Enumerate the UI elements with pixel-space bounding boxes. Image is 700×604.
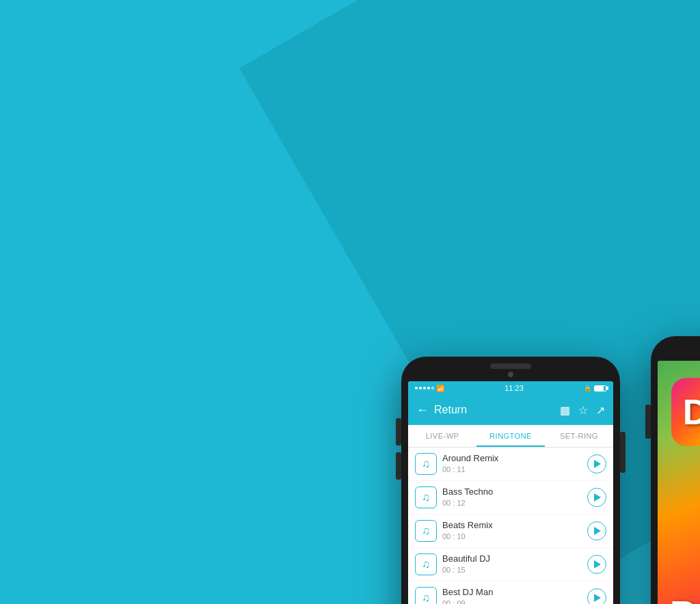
play-triangle-0 (594, 460, 601, 468)
song-name-4: Best DJ Man (442, 587, 582, 599)
song-name-0: Around Remix (442, 453, 582, 465)
song-info-4: Best DJ Man 00 : 09 (442, 587, 582, 604)
music-note-icon: ♫ (422, 592, 430, 604)
back-phone-screen: DJ REMIX RINGTONES (658, 361, 700, 604)
front-phone-speaker (490, 363, 531, 369)
status-right: 🔒 (584, 385, 606, 392)
front-phone-screen: 📶 11:23 🔒 ← Return (408, 381, 613, 604)
play-triangle-2 (594, 527, 601, 535)
star-icon[interactable]: ☆ (578, 404, 588, 417)
dot-3 (423, 387, 426, 389)
play-button-0[interactable] (587, 454, 606, 473)
song-item: ♫ Beats Remix 00 : 10 (408, 514, 613, 547)
play-triangle-1 (594, 493, 601, 502)
song-item: ♫ Best DJ Man 00 : 09 (408, 581, 613, 604)
status-time: 11:23 (504, 384, 524, 392)
song-info-0: Around Remix 00 : 11 (442, 453, 582, 474)
song-duration-2: 00 : 10 (442, 532, 582, 541)
music-note-icon: ♫ (422, 525, 430, 537)
song-icon-1: ♫ (415, 486, 437, 508)
song-info-2: Beats Remix 00 : 10 (442, 520, 582, 541)
song-list: ♫ Around Remix 00 : 11 ♫ Bass Techno 00 … (408, 448, 613, 604)
play-triangle-4 (594, 594, 601, 602)
music-note-icon: ♫ (422, 558, 430, 571)
status-bar: 📶 11:23 🔒 (408, 381, 613, 395)
chart-icon[interactable]: ▩ (560, 404, 570, 417)
status-left: 📶 (415, 385, 444, 392)
music-note-icon: ♫ (422, 458, 430, 470)
song-info-3: Beautiful DJ 00 : 15 (442, 553, 582, 575)
dj-label: DJ (683, 392, 700, 433)
share-icon[interactable]: ↗ (596, 404, 605, 417)
dj-text-area: REMIX RINGTONES (658, 596, 700, 604)
phone-front: 📶 11:23 🔒 ← Return (401, 357, 620, 604)
remix-title: REMIX (670, 596, 700, 604)
tabs: LIVE-WP RINGTONE SET-RING (408, 425, 613, 448)
song-item: ♫ Beautiful DJ 00 : 15 (408, 548, 613, 581)
song-name-2: Beats Remix (442, 520, 582, 532)
song-duration-4: 00 : 09 (442, 599, 582, 604)
play-button-2[interactable] (587, 521, 606, 540)
dj-icon-box: DJ (671, 378, 700, 446)
play-button-3[interactable] (587, 555, 606, 574)
song-icon-3: ♫ (415, 553, 437, 575)
play-button-1[interactable] (587, 488, 606, 507)
battery-icon (594, 385, 606, 392)
song-duration-0: 00 : 11 (442, 465, 582, 474)
song-item: ♫ Around Remix 00 : 11 (408, 448, 613, 480)
song-list-container: ♫ Around Remix 00 : 11 ♫ Bass Techno 00 … (408, 448, 613, 604)
wifi-icon: 📶 (436, 385, 444, 392)
play-triangle-3 (594, 560, 601, 568)
lock-icon: 🔒 (584, 385, 591, 392)
signal-dots (415, 387, 434, 389)
phone-back: DJ REMIX RINGTONES (651, 336, 700, 604)
dot-1 (415, 387, 418, 389)
song-item: ♫ Bass Techno 00 : 12 (408, 481, 613, 514)
song-duration-3: 00 : 15 (442, 565, 582, 575)
tab-set-ring[interactable]: SET-RING (545, 425, 613, 447)
tab-ringtone[interactable]: RINGTONE (476, 425, 545, 447)
front-phone-camera (508, 372, 513, 377)
header-left: ← Return (416, 403, 467, 417)
song-duration-1: 00 : 12 (442, 498, 582, 508)
song-icon-0: ♫ (415, 453, 437, 475)
song-info-1: Bass Techno 00 : 12 (442, 486, 582, 508)
music-note-icon: ♫ (422, 491, 430, 504)
tab-live-wp[interactable]: LIVE-WP (408, 425, 476, 447)
header-icons: ▩ ☆ ↗ (560, 404, 605, 417)
dot-2 (419, 387, 422, 389)
app-header: ← Return ▩ ☆ ↗ (408, 395, 613, 425)
dot-5 (431, 387, 434, 389)
song-name-1: Bass Techno (442, 486, 582, 498)
song-icon-2: ♫ (415, 520, 437, 542)
dot-4 (427, 387, 430, 389)
back-button[interactable]: ← (416, 403, 429, 417)
song-icon-4: ♫ (415, 587, 437, 604)
header-title: Return (434, 404, 467, 416)
song-name-3: Beautiful DJ (442, 553, 582, 565)
play-button-4[interactable] (587, 588, 606, 604)
